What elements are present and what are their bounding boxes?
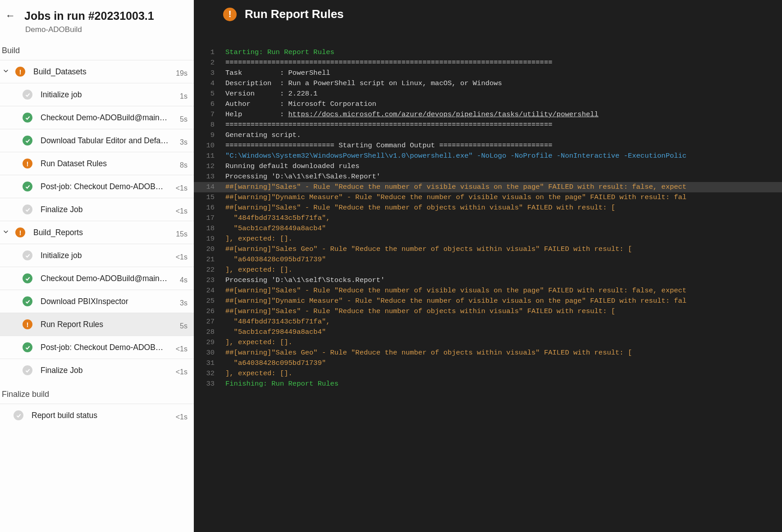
line-number: 33 (194, 379, 225, 389)
line-text: Task : PowerShell (225, 68, 782, 78)
step-row[interactable]: Post-job: Checkout Demo-ADOB…<1s (0, 175, 194, 198)
line-number: 2 (194, 58, 225, 68)
log-line: 3Task : PowerShell (194, 68, 782, 78)
line-number: 20 (194, 244, 225, 255)
line-text: ##[warning]"Sales Geo" - Rule "Reduce th… (225, 348, 782, 358)
line-text: ##[warning]"Sales Geo" - Rule "Reduce th… (225, 244, 782, 255)
line-number: 17 (194, 213, 225, 223)
step-row[interactable]: Initialize job<1s (0, 244, 194, 267)
line-text: "a64038428c095bd71739" (225, 255, 782, 265)
line-text: ========================================… (225, 58, 782, 68)
log-output[interactable]: 1Starting: Run Report Rules2============… (194, 29, 782, 532)
line-number: 14 (194, 182, 225, 192)
line-number: 28 (194, 327, 225, 337)
log-panel: ! Run Report Rules 1Starting: Run Report… (194, 0, 782, 532)
stage-duration: 19s (176, 69, 187, 77)
line-text: ], expected: []. (225, 337, 782, 348)
completed-icon (23, 250, 32, 260)
success-icon (23, 296, 32, 306)
log-line: 14##[warning]"Sales" - Rule "Reduce the … (194, 182, 782, 192)
line-number: 22 (194, 265, 225, 275)
line-number: 32 (194, 368, 225, 379)
completed-icon (23, 205, 32, 214)
line-number: 29 (194, 337, 225, 348)
line-text: ##[warning]"Sales" - Rule "Reduce the nu… (225, 182, 782, 192)
log-line: 23Processing 'D:\a\1\self\Stocks.Report' (194, 275, 782, 286)
line-text: ##[warning]"Sales" - Rule "Reduce the nu… (225, 286, 782, 296)
step-duration: <1s (176, 207, 187, 215)
step-row[interactable]: Post-job: Checkout Demo-ADOB…<1s (0, 336, 194, 359)
step-duration: 5s (180, 322, 187, 330)
warning-icon: ! (223, 8, 237, 21)
line-text: ], expected: []. (225, 265, 782, 275)
log-line: 29], expected: []. (194, 337, 782, 348)
line-text: ], expected: []. (225, 368, 782, 379)
line-text: ========================== Starting Comm… (225, 141, 782, 151)
stage-header[interactable]: !Build_Datasets19s (0, 60, 194, 83)
step-duration: 4s (180, 276, 187, 284)
step-row[interactable]: !Run Dataset Rules8s (0, 152, 194, 175)
step-row[interactable]: Download PBIXInspector3s (0, 290, 194, 313)
line-number: 26 (194, 306, 225, 317)
log-header: ! Run Report Rules (194, 0, 782, 29)
line-text: Help : https://docs.microsoft.com/azure/… (225, 109, 782, 120)
line-text: Starting: Run Report Rules (225, 47, 782, 58)
line-number: 19 (194, 234, 225, 244)
log-line: 31 "a64038428c095bd71739" (194, 358, 782, 368)
step-row[interactable]: Report build status<1s (0, 404, 194, 427)
log-line: 11"C:\Windows\System32\WindowsPowerShell… (194, 151, 782, 161)
log-line: 18 "5acb1caf298449a8acb4" (194, 223, 782, 234)
section-label-build: Build (0, 43, 194, 60)
log-line: 8=======================================… (194, 120, 782, 130)
line-text: Description : Run a PowerShell script on… (225, 78, 782, 89)
log-line: 22], expected: []. (194, 265, 782, 275)
line-number: 8 (194, 120, 225, 130)
log-line: 32], expected: []. (194, 368, 782, 379)
step-duration: 8s (180, 161, 187, 169)
log-line: 1Starting: Run Report Rules (194, 47, 782, 58)
step-label: Initialize job (41, 90, 180, 100)
log-line: 27 "484fbdd73143c5bf71fa", (194, 317, 782, 327)
step-duration: 3s (180, 138, 187, 146)
step-row[interactable]: Checkout Demo-ADOBuild@main…4s (0, 267, 194, 290)
warning-icon: ! (15, 67, 25, 77)
help-link[interactable]: https://docs.microsoft.com/azure/devops/… (288, 110, 599, 118)
line-text: "484fbdd73143c5bf71fa", (225, 317, 782, 327)
line-number: 18 (194, 223, 225, 234)
line-text: ##[warning]"Dynamic Measure" - Rule "Red… (225, 192, 782, 203)
step-label: Download PBIXInspector (41, 297, 180, 306)
line-number: 31 (194, 358, 225, 368)
step-row[interactable]: !Run Report Rules5s (0, 313, 194, 336)
step-label: Finalize Job (41, 205, 176, 214)
back-arrow-icon[interactable]: ← (2, 7, 19, 24)
line-number: 30 (194, 348, 225, 358)
stage-header[interactable]: !Build_Reports15s (0, 221, 194, 244)
line-number: 12 (194, 161, 225, 172)
step-label: Initialize job (41, 251, 176, 260)
log-line: 25##[warning]"Dynamic Measure" - Rule "R… (194, 296, 782, 306)
warning-icon: ! (23, 319, 32, 329)
step-row[interactable]: Initialize job1s (0, 83, 194, 106)
line-text: "a64038428c095bd71739" (225, 358, 782, 368)
line-number: 4 (194, 78, 225, 89)
line-number: 9 (194, 130, 225, 141)
log-line: 10========================== Starting Co… (194, 141, 782, 151)
line-number: 23 (194, 275, 225, 286)
log-line: 16##[warning]"Sales" - Rule "Reduce the … (194, 203, 782, 213)
step-row[interactable]: Finalize Job<1s (0, 359, 194, 382)
warning-icon: ! (23, 159, 32, 168)
line-number: 16 (194, 203, 225, 213)
log-line: 4Description : Run a PowerShell script o… (194, 78, 782, 89)
step-row[interactable]: Download Tabular Editor and Defa…3s (0, 129, 194, 152)
completed-icon (23, 365, 32, 375)
log-line: 15##[warning]"Dynamic Measure" - Rule "R… (194, 192, 782, 203)
log-line: 12Running default downloaded rules (194, 161, 782, 172)
step-row[interactable]: Finalize Job<1s (0, 198, 194, 221)
panel-subtitle: Demo-ADOBuild (2, 25, 194, 34)
line-number: 10 (194, 141, 225, 151)
line-text: ##[warning]"Sales" - Rule "Reduce the nu… (225, 306, 782, 317)
step-row[interactable]: Checkout Demo-ADOBuild@main…5s (0, 106, 194, 129)
step-duration: <1s (176, 184, 187, 192)
line-text: ========================================… (225, 120, 782, 130)
step-duration: <1s (176, 253, 187, 261)
